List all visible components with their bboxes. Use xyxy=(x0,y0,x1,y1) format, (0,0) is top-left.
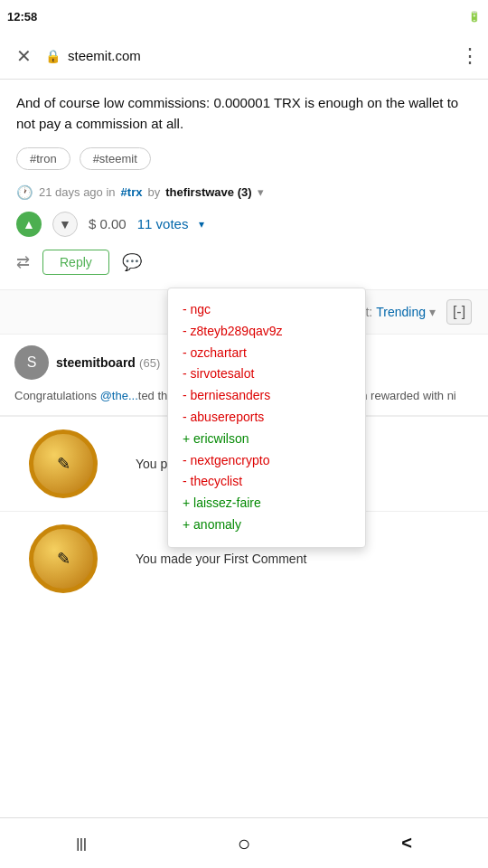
board-name[interactable]: steemitboard xyxy=(56,355,136,370)
nav-back-icon: < xyxy=(401,833,412,854)
status-bar: 12:58 🔋 xyxy=(0,0,488,33)
by-label: by xyxy=(147,185,160,199)
badge-cell: ✎ xyxy=(0,428,127,500)
nav-home-button[interactable]: ○ xyxy=(217,826,271,862)
share-icon[interactable]: ⇄ xyxy=(16,252,30,272)
voter-item: - ozchartart xyxy=(183,343,351,364)
browser-menu-button[interactable]: ⋮ xyxy=(460,44,479,68)
badge-symbol: ✎ xyxy=(57,454,70,474)
voter-item: - thecyclist xyxy=(183,471,351,493)
tags-row: #tron #steemit xyxy=(16,147,472,170)
post-author[interactable]: thefirstwave (3) xyxy=(165,185,251,199)
sort-dropdown-icon[interactable]: ▾ xyxy=(429,305,436,319)
post-meta: 🕐 21 days ago in #trx by thefirstwave (3… xyxy=(16,184,472,201)
status-icons: 🔋 xyxy=(468,11,481,23)
channel-link[interactable]: #trx xyxy=(121,185,143,199)
more-options-icon: ⋮ xyxy=(460,44,479,68)
author-dropdown-icon[interactable]: ▾ xyxy=(258,185,264,199)
close-icon: ✕ xyxy=(16,45,32,67)
content-area: And of course low commissions: 0.000001 … xyxy=(0,80,488,275)
votes-row: ▲ ▼ $ 0.00 11 votes ▾ xyxy=(16,212,472,237)
nav-menu-icon: ||| xyxy=(76,835,87,851)
signal-icon: 🔋 xyxy=(468,11,481,23)
tag-tron[interactable]: #tron xyxy=(16,147,70,170)
voter-item: - berniesanders xyxy=(183,385,351,407)
collapse-button[interactable]: [-] xyxy=(446,299,472,325)
votes-count[interactable]: 11 votes xyxy=(137,216,189,231)
url-bar[interactable]: steemit.com xyxy=(68,48,453,63)
badge-symbol: ✎ xyxy=(57,549,70,569)
badge-cell: ✎ xyxy=(0,523,127,595)
downvote-button[interactable]: ▼ xyxy=(52,212,78,237)
votes-dropdown-icon[interactable]: ▾ xyxy=(199,218,204,231)
board-identity: steemitboard (65) xyxy=(56,354,160,370)
comment-icon[interactable]: 💬 xyxy=(122,252,142,272)
board-avatar: S xyxy=(14,345,49,380)
close-tab-button[interactable]: ✕ xyxy=(9,42,38,71)
badge-outer: ✎ xyxy=(29,429,98,498)
board-level: (65) xyxy=(139,356,160,370)
voter-item: - sirvotesalot xyxy=(183,363,351,385)
board-text-highlight[interactable]: @the... xyxy=(100,389,138,402)
browser-bar: ✕ 🔒 steemit.com ⋮ xyxy=(0,33,488,80)
status-time: 12:58 xyxy=(7,10,37,24)
clock-icon: 🕐 xyxy=(16,184,33,201)
voter-item: + anomaly xyxy=(183,514,351,536)
achievement-text: You made your First Comment xyxy=(127,552,488,566)
voter-item: - ngc xyxy=(183,299,351,321)
reply-button[interactable]: Reply xyxy=(42,250,109,275)
lock-icon: 🔒 xyxy=(45,49,61,63)
voter-item: - abusereports xyxy=(183,407,351,429)
nav-menu-button[interactable]: ||| xyxy=(54,826,108,862)
voters-dropdown: - ngc- z8teyb289qav9z- ozchartart- sirvo… xyxy=(167,288,366,548)
voter-item: - nextgencrypto xyxy=(183,450,351,472)
badge-icon: ✎ xyxy=(27,428,99,500)
tag-steemit[interactable]: #steemit xyxy=(80,147,151,170)
sort-value[interactable]: Trending xyxy=(376,305,426,319)
nav-bar: ||| ○ < xyxy=(0,817,488,868)
avatar-letter: S xyxy=(27,354,37,371)
voter-item: + laissez-faire xyxy=(183,493,351,514)
badge-outer: ✎ xyxy=(29,524,98,593)
clock-time: 12:58 xyxy=(7,10,37,24)
post-time: 21 days ago in xyxy=(39,185,116,199)
nav-home-icon: ○ xyxy=(238,831,251,856)
voter-item: + ericwilson xyxy=(183,429,351,450)
board-text-start: Congratulations xyxy=(14,389,100,402)
voter-item: - z8teyb289qav9z xyxy=(183,321,351,343)
actions-row: ⇄ Reply 💬 xyxy=(16,250,472,275)
dollar-value: $ 0.00 xyxy=(89,216,127,231)
nav-back-button[interactable]: < xyxy=(380,826,434,862)
upvote-button[interactable]: ▲ xyxy=(16,212,42,237)
post-body: And of course low commissions: 0.000001 … xyxy=(16,92,472,135)
voters-list: - ngc- z8teyb289qav9z- ozchartart- sirvo… xyxy=(183,299,351,536)
badge-icon: ✎ xyxy=(27,523,99,595)
